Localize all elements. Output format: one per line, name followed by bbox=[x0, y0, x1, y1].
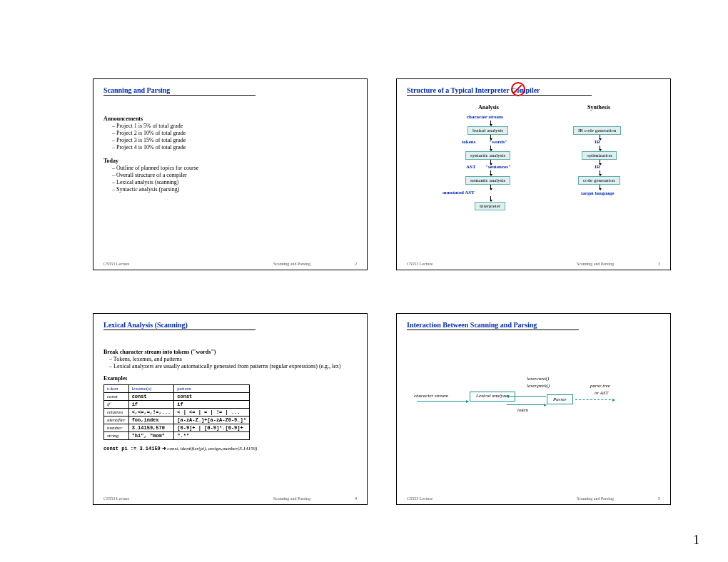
page-number: 1 bbox=[693, 533, 699, 548]
arrow-icon bbox=[490, 121, 491, 125]
arrow-icon bbox=[417, 401, 468, 402]
slide-footer: CS553 Lecture Scanning and Parsing 2 bbox=[103, 262, 357, 266]
box-parser: Parser bbox=[547, 394, 573, 404]
arrow-icon bbox=[507, 396, 546, 397]
slide-4: Interaction Between Scanning and Parsing… bbox=[396, 313, 671, 505]
arrow-icon bbox=[490, 185, 491, 189]
title-text: Lexical Analysis (Scanning) bbox=[103, 321, 256, 330]
today-item: Lexical analysis (scanning) bbox=[103, 179, 357, 185]
box-irgen: IR code generation bbox=[573, 126, 621, 135]
announcements-head: Announcements bbox=[103, 116, 357, 122]
interaction-diagram: character stream Lexical analyzer lexer.… bbox=[407, 363, 660, 449]
analysis-head: Analysis bbox=[478, 104, 499, 111]
footer-mid: Scanning and Parsing bbox=[229, 496, 355, 501]
example-code: const pi := 3.14159 bbox=[103, 446, 161, 451]
label-parsetree: parse tree bbox=[590, 383, 610, 389]
box-syn: syntactic analysis bbox=[465, 151, 510, 160]
ann-item: Project 1 is 5% of total grade bbox=[103, 123, 357, 129]
arrow-icon bbox=[600, 185, 600, 189]
arrow-icon bbox=[490, 196, 491, 200]
no-icon bbox=[511, 82, 525, 96]
footer-left: CS553 Lecture bbox=[103, 262, 229, 266]
arrow-icon bbox=[507, 404, 546, 405]
th-lexeme: lexeme(s) bbox=[128, 385, 174, 393]
footer-left: CS553 Lecture bbox=[103, 496, 229, 501]
box-opt: optimization bbox=[582, 151, 617, 160]
label-ir: IR bbox=[595, 139, 600, 145]
label-sent: "sentences" bbox=[485, 164, 511, 170]
arrow-icon bbox=[490, 170, 491, 175]
arrow-icon bbox=[600, 145, 600, 150]
footer-num: 2 bbox=[355, 262, 357, 266]
ann-item: Project 4 is 10% of total grade bbox=[103, 144, 357, 150]
slide-2: Structure of a Typical Interpreter Compi… bbox=[396, 78, 671, 270]
slide-3: Lexical Analysis (Scanning) Break charac… bbox=[93, 313, 368, 505]
today-item: Outline of planned topics for course bbox=[103, 165, 357, 171]
label-charstream: character stream bbox=[414, 393, 448, 399]
arrow-icon bbox=[575, 399, 615, 400]
synthesis-head: Synthesis bbox=[587, 104, 610, 111]
title-text: Scanning and Parsing bbox=[103, 86, 256, 96]
slide-title: Lexical Analysis (Scanning) bbox=[103, 321, 357, 330]
label-charstream: character stream bbox=[467, 114, 503, 120]
footer-mid: Scanning and Parsing bbox=[229, 262, 355, 266]
examples-head: Examples bbox=[103, 375, 357, 382]
token-table: token lexeme(s) pattern constconstconst … bbox=[103, 384, 250, 440]
slide-title: Structure of a Typical Interpreter Compi… bbox=[407, 86, 660, 96]
footer-mid: Scanning and Parsing bbox=[532, 496, 658, 501]
title-text: Structure of a Typical Interpreter Compi… bbox=[407, 86, 592, 96]
slide-footer: CS553 Lecture Scanning and Parsing 5 bbox=[407, 496, 660, 501]
footer-left: CS553 Lecture bbox=[407, 496, 532, 501]
slide-title: Scanning and Parsing bbox=[103, 86, 357, 96]
label-target: target language bbox=[581, 190, 614, 196]
bullet: Lexical analyzers are usually automatica… bbox=[103, 363, 357, 369]
box-codegen: code generation bbox=[578, 176, 620, 185]
example-result: const, identifier(pi), assign,number(3.1… bbox=[167, 446, 257, 451]
label-ast: AST bbox=[466, 164, 476, 170]
today-item: Overall structure of a compiler bbox=[103, 172, 357, 178]
label-next: lexer.next() bbox=[527, 376, 549, 382]
label-annot: annotated AST bbox=[443, 190, 475, 195]
arrow-icon: ➜ bbox=[162, 446, 166, 451]
footer-num: 3 bbox=[658, 262, 660, 266]
slide-footer: CS553 Lecture Scanning and Parsing 4 bbox=[103, 496, 357, 501]
ann-item: Project 3 is 15% of total grade bbox=[103, 137, 357, 143]
today-head: Today bbox=[103, 158, 357, 164]
th-pattern: pattern bbox=[174, 385, 250, 393]
footer-left: CS553 Lecture bbox=[407, 262, 532, 266]
slide-title: Interaction Between Scanning and Parsing bbox=[407, 321, 660, 330]
example-line: const pi := 3.14159 ➜ const, identifier(… bbox=[103, 446, 357, 451]
label-words: "words" bbox=[489, 139, 507, 145]
arrow-icon bbox=[600, 170, 600, 175]
label-ir2: IR bbox=[595, 164, 600, 170]
arrow-icon bbox=[490, 145, 491, 150]
footer-num: 5 bbox=[658, 496, 660, 501]
box-lex: lexical analysis bbox=[467, 126, 508, 135]
box-interp: interpreter bbox=[475, 202, 505, 210]
label-peek: lexer.peek() bbox=[527, 383, 550, 389]
title-text: Interaction Between Scanning and Parsing bbox=[407, 321, 579, 330]
break-head: Break character stream into tokens ("wor… bbox=[103, 349, 357, 355]
label-tokens: tokens bbox=[462, 139, 475, 145]
bullet: Tokens, lexemes, and patterns bbox=[103, 356, 357, 362]
ann-item: Project 2 is 10% of total grade bbox=[103, 130, 357, 136]
footer-mid: Scanning and Parsing bbox=[532, 262, 658, 266]
slide-footer: CS553 Lecture Scanning and Parsing 3 bbox=[407, 262, 660, 266]
label-orast: or AST bbox=[595, 390, 609, 396]
compiler-diagram: Analysis Synthesis character stream lexi… bbox=[407, 100, 660, 242]
th-token: token bbox=[104, 385, 129, 393]
box-sem: semantic analysis bbox=[465, 176, 510, 185]
slide-1: Scanning and Parsing Announcements Proje… bbox=[93, 78, 368, 270]
label-token: token bbox=[517, 407, 528, 413]
today-item: Syntactic analysis (parsing) bbox=[103, 186, 357, 193]
footer-num: 4 bbox=[355, 496, 357, 501]
